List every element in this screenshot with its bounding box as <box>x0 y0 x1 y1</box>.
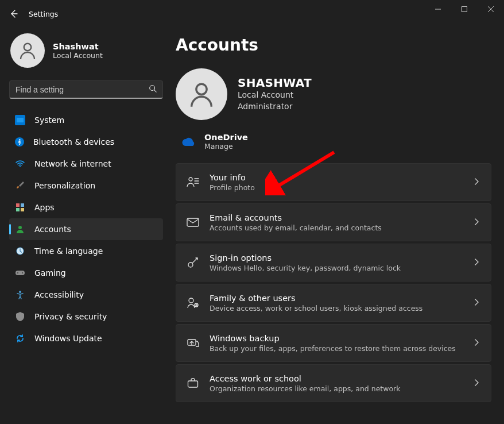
card-email-accounts[interactable]: Email & accounts Accounts used by email,… <box>176 203 491 241</box>
svg-rect-6 <box>21 203 24 207</box>
sidebar-item-label: Privacy & security <box>34 312 107 321</box>
svg-point-2 <box>150 86 155 91</box>
minimize-button[interactable] <box>425 0 451 18</box>
your-info-icon <box>187 176 199 188</box>
sidebar-item-apps[interactable]: Apps <box>9 196 163 218</box>
bluetooth-icon <box>15 137 24 147</box>
card-sub: Organization resources like email, apps,… <box>210 384 464 393</box>
svg-rect-11 <box>15 271 25 275</box>
settings-cards: Your info Profile photo Email & accounts… <box>176 163 491 402</box>
account-name: SHASHWAT <box>238 76 312 90</box>
sidebar-user-sub: Local Account <box>53 51 103 60</box>
card-sub: Device access, work or school users, kio… <box>210 304 464 313</box>
sidebar-item-privacy[interactable]: Privacy & security <box>9 306 163 327</box>
wifi-icon <box>15 159 25 169</box>
svg-rect-0 <box>462 7 467 12</box>
person-icon <box>15 224 25 234</box>
clock-icon <box>15 246 25 256</box>
sidebar-item-label: Bluetooth & devices <box>33 137 114 147</box>
backup-icon <box>187 337 199 349</box>
search-box[interactable] <box>9 80 163 99</box>
card-title: Your info <box>210 173 464 182</box>
card-title: Email & accounts <box>210 213 464 222</box>
sidebar-item-accounts[interactable]: Accounts <box>9 218 163 240</box>
accessibility-icon <box>15 290 25 300</box>
sidebar-item-gaming[interactable]: Gaming <box>9 262 163 284</box>
avatar <box>10 33 45 68</box>
account-avatar <box>176 68 227 120</box>
chevron-right-icon <box>475 338 479 348</box>
back-button[interactable] <box>2 2 25 25</box>
display-icon <box>15 115 25 125</box>
chevron-right-icon <box>475 218 479 227</box>
card-family-users[interactable]: Family & other users Device access, work… <box>176 284 491 322</box>
card-title: Family & other users <box>210 294 464 303</box>
card-windows-backup[interactable]: Windows backup Back up your files, apps,… <box>176 324 491 362</box>
svg-point-14 <box>19 291 21 293</box>
card-sub: Windows Hello, security key, password, d… <box>210 264 464 272</box>
sidebar-item-system[interactable]: System <box>9 109 163 131</box>
shield-icon <box>15 311 25 322</box>
svg-point-4 <box>20 166 21 167</box>
svg-point-12 <box>17 272 18 273</box>
svg-rect-8 <box>21 208 24 211</box>
nav: System Bluetooth & devices Network & int… <box>9 109 172 349</box>
sidebar-item-label: Personalization <box>34 181 95 190</box>
search-icon <box>149 84 157 94</box>
svg-rect-22 <box>188 381 198 387</box>
chevron-right-icon <box>475 258 479 267</box>
family-icon <box>187 296 199 309</box>
chevron-right-icon <box>475 379 479 388</box>
card-signin-options[interactable]: Sign-in options Windows Hello, security … <box>176 244 491 282</box>
gamepad-icon <box>15 268 25 278</box>
page-title: Accounts <box>176 36 491 55</box>
svg-rect-5 <box>16 203 20 207</box>
account-header: SHASHWAT Local Account Administrator <box>176 68 491 120</box>
sidebar-user-name: Shashwat <box>53 42 103 51</box>
search-input[interactable] <box>15 85 149 94</box>
chevron-right-icon <box>475 298 479 307</box>
sidebar-item-personalization[interactable]: Personalization <box>9 175 163 196</box>
onedrive-row[interactable]: OneDrive Manage <box>176 128 491 163</box>
update-icon <box>15 333 25 344</box>
svg-point-13 <box>22 272 23 273</box>
card-work-school[interactable]: Access work or school Organization resou… <box>176 364 491 402</box>
paintbrush-icon <box>15 180 25 191</box>
sidebar-user[interactable]: Shashwat Local Account <box>9 33 172 76</box>
card-title: Sign-in options <box>210 253 464 263</box>
sidebar-item-label: Time & language <box>34 246 103 256</box>
card-sub: Profile photo <box>210 183 464 192</box>
card-title: Windows backup <box>210 334 464 343</box>
svg-point-9 <box>18 226 22 229</box>
svg-point-1 <box>24 44 32 51</box>
maximize-button[interactable] <box>451 0 478 18</box>
onedrive-sub: Manage <box>204 142 248 151</box>
briefcase-icon <box>187 377 199 390</box>
card-title: Access work or school <box>210 374 464 383</box>
key-icon <box>187 256 199 269</box>
sidebar-item-time[interactable]: Time & language <box>9 240 163 262</box>
sidebar-item-label: System <box>34 115 64 125</box>
sidebar-item-bluetooth[interactable]: Bluetooth & devices <box>9 131 163 153</box>
sidebar-item-windows-update[interactable]: Windows Update <box>9 327 163 349</box>
onedrive-title: OneDrive <box>204 133 248 142</box>
onedrive-icon <box>181 137 195 147</box>
sidebar-item-network[interactable]: Network & internet <box>9 153 163 175</box>
sidebar-item-label: Apps <box>34 203 55 212</box>
sidebar: Shashwat Local Account System Bluetooth … <box>0 28 172 424</box>
sidebar-item-accessibility[interactable]: Accessibility <box>9 284 163 306</box>
close-button[interactable] <box>478 0 504 18</box>
card-sub: Back up your files, apps, preferences to… <box>210 344 464 353</box>
window-title: Settings <box>29 10 58 18</box>
svg-point-16 <box>189 178 192 181</box>
account-type: Local Account <box>238 90 312 101</box>
mail-icon <box>187 216 199 229</box>
svg-point-19 <box>189 298 193 303</box>
window-controls <box>425 0 504 18</box>
card-your-info[interactable]: Your info Profile photo <box>176 163 491 201</box>
main-content: Accounts SHASHWAT Local Account Administ… <box>172 28 504 424</box>
sidebar-item-label: Network & internet <box>34 159 111 168</box>
svg-rect-3 <box>17 118 24 122</box>
sidebar-item-label: Gaming <box>34 268 66 277</box>
chevron-right-icon <box>475 178 479 187</box>
